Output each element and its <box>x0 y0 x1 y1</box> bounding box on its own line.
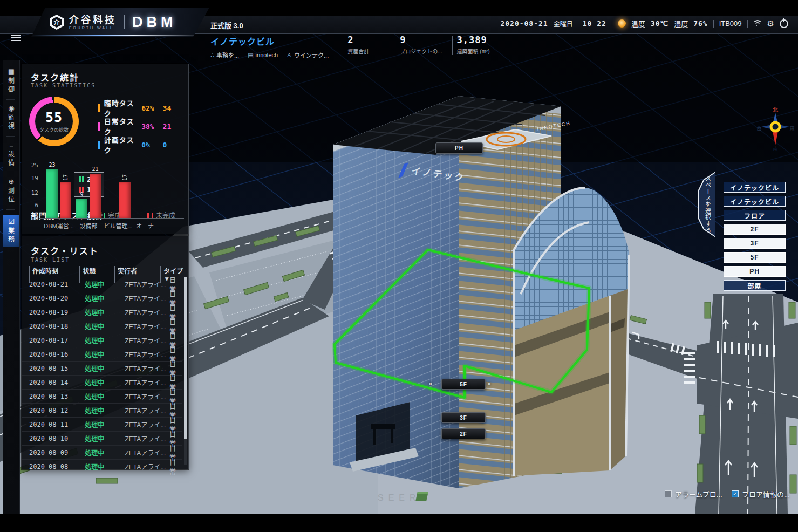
task-row[interactable]: 2020-08-21処理中ZETAアライ...日常 <box>22 277 182 291</box>
space-button-6[interactable]: 5F <box>724 252 786 263</box>
task-status: 処理中 <box>78 308 118 317</box>
status-bar: 2020-08-21 金曜日 10 22 温度 30℃ 湿度 76% ITB00… <box>500 18 788 29</box>
task-date: 2020-08-19 <box>22 309 78 316</box>
building-tag[interactable]: ♙ウインテク... <box>287 51 329 59</box>
task-row[interactable]: 2020-08-15処理中ZETAアライ...日常 <box>22 361 182 375</box>
task-status: 処理中 <box>78 336 118 345</box>
task-executor: ZETAアライ... <box>119 406 169 415</box>
task-status: 処理中 <box>78 279 118 289</box>
legend-percent: 62% <box>141 104 162 112</box>
task-row[interactable]: 2020-08-09処理中ZETAアライ...日常 <box>22 445 182 459</box>
scrollbar-track[interactable] <box>184 277 187 465</box>
humidity-value: 76% <box>693 19 707 28</box>
building-metric: 3,389建築面積 (m²) <box>452 36 495 55</box>
sidebar-item-label: 制 御 <box>3 77 19 94</box>
legend-percent: 0% <box>141 141 162 149</box>
task-list-subtitle: TASK LIST <box>31 257 70 263</box>
bar-未完成: 17 <box>119 182 131 218</box>
task-executor: ZETAアライ... <box>119 434 169 443</box>
space-button-2[interactable]: イノテックビル <box>724 196 786 207</box>
bar-完成: 23 <box>46 169 58 218</box>
task-row[interactable]: 2020-08-14処理中ZETAアライ...日常 <box>22 375 182 389</box>
control-icon: ▦ <box>3 68 19 76</box>
building-tag[interactable]: ▤innotech <box>248 51 278 59</box>
clock: 10 22 <box>583 19 606 28</box>
positioning-icon: ⊕ <box>3 178 19 186</box>
camera-icon: ◉ <box>3 105 19 112</box>
task-date: 2020-08-20 <box>22 295 78 302</box>
donut-legend-item: 臨時タスク62%34 <box>98 103 184 113</box>
space-button-1[interactable]: イノテックビル <box>724 182 786 193</box>
legend-swatch-icon <box>98 104 100 112</box>
task-row[interactable]: 2020-08-13処理中ZETAアライ...日常 <box>22 389 182 403</box>
task-executor: ZETAアライ... <box>119 336 169 345</box>
sidebar-item-label: 設 備 <box>3 150 19 167</box>
power-icon[interactable] <box>780 19 788 28</box>
floor-pill-3f[interactable]: 3F <box>441 412 486 423</box>
task-row[interactable]: 2020-08-18処理中ZETAアライ...日常 <box>22 319 182 333</box>
humidity-label: 湿度 <box>674 18 688 29</box>
task-date: 2020-08-13 <box>22 393 78 400</box>
rail-divider <box>6 99 15 100</box>
floor-pill-5f[interactable]: 5F <box>441 379 486 390</box>
task-stats-panel: タスク統計 TASK STATISTICS 55 タスクの総数 臨時タスク62%… <box>22 64 189 234</box>
toggle-floor-info[interactable]: ✓ フロア情報の... <box>732 489 790 499</box>
logo-divider <box>124 15 125 29</box>
compass-west: 西 <box>756 126 761 131</box>
equipment-icon: ≡ <box>3 141 19 149</box>
task-row[interactable]: 2020-08-19処理中ZETAアライ...日常 <box>22 305 182 319</box>
task-executor: ZETAアライ... <box>119 462 169 471</box>
space-button-5[interactable]: 3F <box>724 238 786 249</box>
y-tick-label: 25 <box>28 162 38 169</box>
task-date: 2020-08-17 <box>22 337 78 344</box>
date-label: 2020-08-21 <box>500 19 548 28</box>
task-row[interactable]: 2020-08-12処理中ZETAアライ...日常 <box>22 403 182 417</box>
floor-pill-ph[interactable]: PH <box>435 142 483 154</box>
sidebar-item-制御[interactable]: ▦制 御 <box>3 68 19 94</box>
task-row[interactable]: 2020-08-11処理中ZETAアライ...日常 <box>22 417 182 431</box>
task-status: 処理中 <box>78 378 118 387</box>
space-button-4[interactable]: 2F <box>724 224 786 235</box>
toggle-alarm[interactable]: アラームプロ... <box>665 489 722 499</box>
sidebar-item-測位[interactable]: ⊕測 位 <box>3 178 19 204</box>
legend-percent: 38% <box>141 122 162 131</box>
bar-value-label: 9 <box>76 192 87 197</box>
checkbox-checked[interactable]: ✓ <box>732 490 739 497</box>
task-date: 2020-08-09 <box>22 449 78 456</box>
sidebar-item-設備[interactable]: ≡設 備 <box>3 141 19 167</box>
building-tag[interactable]: ∴事務を... <box>210 51 239 59</box>
floor-pill-2f[interactable]: 2F <box>441 428 486 439</box>
checkbox-unchecked[interactable] <box>665 490 672 497</box>
station-id: ITB009 <box>719 19 742 28</box>
annex-building <box>514 188 629 476</box>
task-status: 処理中 <box>78 294 118 303</box>
sidebar-item-監視[interactable]: ◉監 視 <box>3 105 19 131</box>
legend-label: 臨時タスク <box>104 98 141 118</box>
scrollbar-thumb[interactable] <box>184 277 187 439</box>
wifi-icon <box>753 20 762 27</box>
floor-prev-arrow[interactable]: « <box>429 380 433 387</box>
task-row[interactable]: 2020-08-20処理中ZETAアライ...日常 <box>22 291 182 305</box>
task-executor: ZETAアライ... <box>119 294 169 303</box>
hamburger-menu-icon[interactable] <box>11 35 21 42</box>
bar-value-label: 17 <box>122 170 128 181</box>
task-row[interactable]: 2020-08-08処理中ZETAアライ...日常 <box>22 459 182 473</box>
task-list-rows: 2020-08-21処理中ZETAアライ...日常2020-08-20処理中ZE… <box>22 277 182 473</box>
space-button-7[interactable]: PH <box>724 266 786 277</box>
compass-east: 東 <box>789 125 794 131</box>
space-button-3[interactable]: フロア <box>724 210 786 221</box>
task-status: 処理中 <box>78 392 118 401</box>
task-status: 処理中 <box>78 406 118 415</box>
space-button-8[interactable]: 部屋 <box>724 280 786 291</box>
task-row[interactable]: 2020-08-17処理中ZETAアライ...日常 <box>22 333 182 347</box>
sidebar-item-業務[interactable]: ☑業 務 <box>3 215 19 247</box>
bar-value-label: 17 <box>63 170 69 181</box>
floor-next-arrow[interactable]: » <box>487 380 491 387</box>
logo-plate: 介 介谷科技 FOURTH WALL DBM <box>31 8 209 37</box>
task-row[interactable]: 2020-08-16処理中ZETAアライ...日常 <box>22 347 182 361</box>
legend-label: 計画タスク <box>104 134 141 155</box>
gear-icon[interactable]: ⚙ <box>767 19 774 28</box>
task-status: 処理中 <box>78 350 118 359</box>
task-row[interactable]: 2020-08-10処理中ZETAアライ...日常 <box>22 431 182 445</box>
task-date: 2020-08-16 <box>22 351 78 358</box>
